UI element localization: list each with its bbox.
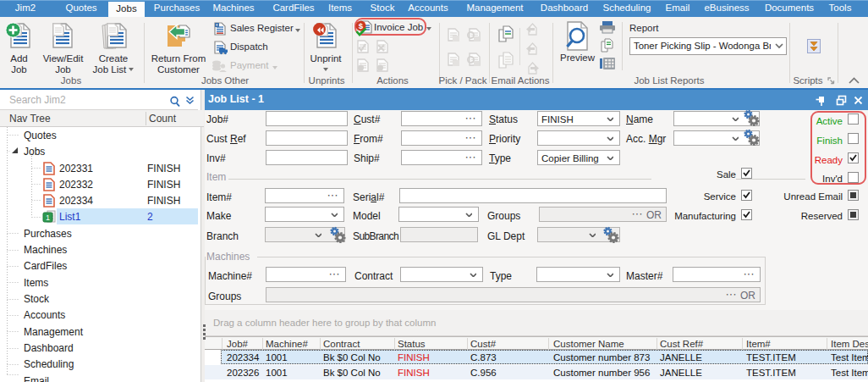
svg-text:1: 1 <box>46 213 50 222</box>
